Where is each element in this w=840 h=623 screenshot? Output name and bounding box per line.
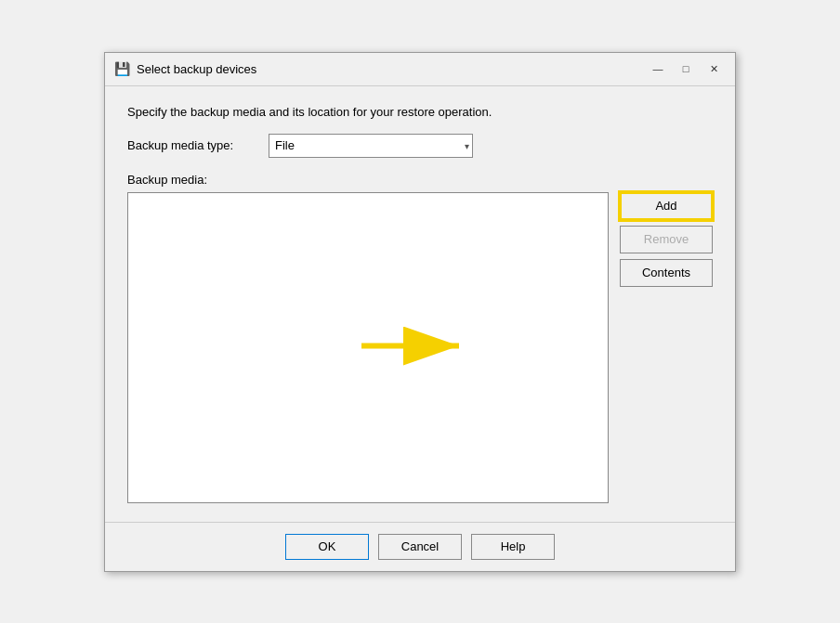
- remove-button[interactable]: Remove: [620, 226, 713, 253]
- minimize-button[interactable]: —: [646, 58, 670, 79]
- title-bar: 💾 Select backup devices — □ ✕: [105, 53, 735, 86]
- title-bar-controls: — □ ✕: [646, 58, 726, 79]
- help-button[interactable]: Help: [471, 534, 555, 560]
- media-area-container: Add Remove Contents: [127, 192, 713, 503]
- title-bar-left: 💾 Select backup devices: [114, 61, 256, 76]
- media-type-label: Backup media type:: [127, 138, 257, 152]
- ok-button[interactable]: OK: [285, 534, 369, 560]
- dialog-window: 💾 Select backup devices — □ ✕ Specify th…: [104, 52, 736, 572]
- media-type-row: Backup media type: File Tape URL ▾: [127, 134, 713, 158]
- window-title: Select backup devices: [137, 62, 256, 76]
- maximize-button[interactable]: □: [674, 58, 698, 79]
- description-text: Specify the backup media and its locatio…: [127, 105, 713, 119]
- backup-media-label: Backup media:: [127, 173, 713, 187]
- media-type-select[interactable]: File Tape URL: [269, 134, 473, 158]
- media-list-box[interactable]: [127, 192, 609, 503]
- add-button[interactable]: Add: [620, 192, 713, 220]
- dialog-footer: OK Cancel Help: [105, 522, 735, 571]
- dialog-content: Specify the backup media and its locatio…: [105, 86, 735, 522]
- media-section: Backup media:: [127, 173, 713, 503]
- cancel-button[interactable]: Cancel: [378, 534, 462, 560]
- media-buttons: Add Remove Contents: [620, 192, 713, 503]
- media-type-select-wrapper: File Tape URL ▾: [269, 134, 473, 158]
- window-icon: 💾: [114, 61, 129, 76]
- close-button[interactable]: ✕: [702, 58, 726, 79]
- contents-button[interactable]: Contents: [620, 259, 713, 287]
